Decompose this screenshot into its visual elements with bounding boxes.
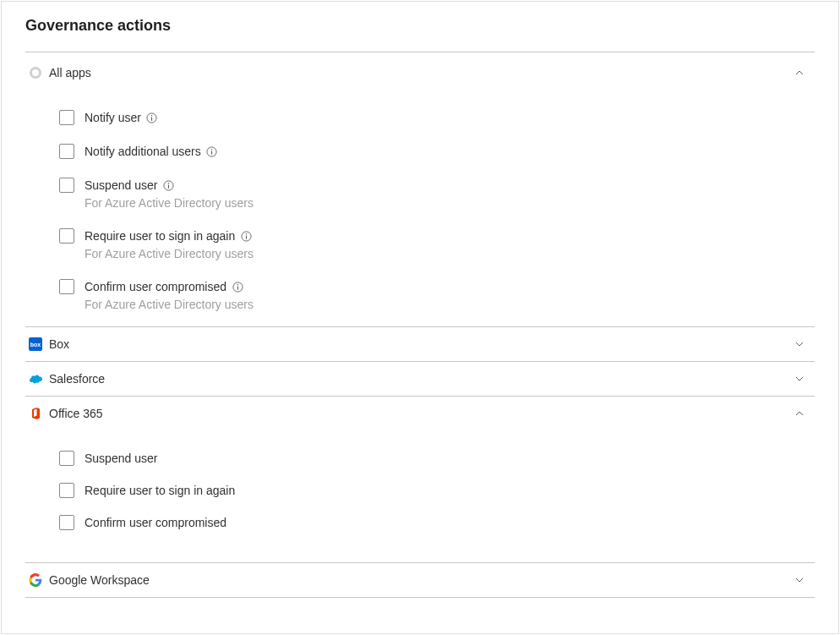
info-icon[interactable] [232, 281, 243, 293]
action-label: Require user to sign in again [85, 483, 235, 498]
action-require-signin: Require user to sign in again For Azure … [59, 228, 815, 260]
action-label: Suspend user [85, 451, 157, 466]
section-header-left: Office 365 [29, 407, 103, 420]
section-header-left: box Box [29, 337, 69, 351]
section-header-salesforce[interactable]: Salesforce [25, 362, 815, 397]
svg-point-14 [237, 283, 237, 284]
section-header-allapps[interactable]: All apps [25, 56, 815, 90]
action-label: Suspend user [85, 178, 157, 193]
section-name-googleworkspace: Google Workspace [49, 573, 150, 587]
svg-rect-9 [168, 184, 169, 188]
svg-point-11 [245, 233, 246, 233]
section-body-allapps: Notify user Notify additional users [25, 90, 815, 327]
chevron-down-icon [794, 575, 805, 585]
checkbox-notify-additional-users[interactable] [59, 144, 74, 159]
checkbox-require-signin[interactable] [59, 228, 74, 244]
action-suspend-user-o365: Suspend user [59, 451, 815, 466]
svg-point-2 [151, 114, 152, 115]
action-label: Confirm user compromised [85, 279, 226, 294]
info-icon[interactable] [240, 230, 252, 242]
section-header-left: Salesforce [29, 372, 105, 386]
action-notify-user: Notify user [59, 110, 815, 125]
info-icon[interactable] [206, 145, 218, 157]
office365-icon [29, 407, 42, 420]
checkbox-suspend-user[interactable] [59, 178, 74, 193]
section-header-office365[interactable]: Office 365 [25, 397, 815, 430]
section-name-salesforce: Salesforce [49, 372, 105, 386]
action-hint: For Azure Active Directory users [85, 247, 254, 260]
action-label: Notify additional users [85, 144, 201, 159]
checkbox-confirm-compromised-o365[interactable] [59, 515, 74, 530]
section-header-left: Google Workspace [29, 573, 150, 587]
allapps-icon [29, 66, 42, 79]
section-body-office365: Suspend user Require user to sign in aga… [25, 430, 815, 563]
box-icon: box [29, 337, 42, 351]
salesforce-icon [29, 372, 42, 386]
action-suspend-user: Suspend user For Azure Active Directory … [59, 178, 815, 210]
chevron-down-icon [794, 374, 805, 384]
google-icon [29, 573, 42, 587]
panel-title: Governance actions [25, 17, 815, 35]
section-name-allapps: All apps [49, 66, 91, 79]
svg-rect-12 [246, 235, 247, 238]
section-header-box[interactable]: box Box [25, 327, 815, 362]
action-require-signin-o365: Require user to sign in again [59, 483, 815, 498]
action-confirm-compromised-o365: Confirm user compromised [59, 515, 815, 530]
info-icon[interactable] [146, 112, 158, 123]
section-name-box: Box [49, 337, 69, 351]
checkbox-suspend-user-o365[interactable] [59, 451, 74, 466]
action-label: Notify user [85, 110, 141, 125]
chevron-up-icon [794, 68, 805, 78]
action-label: Require user to sign in again [85, 228, 235, 244]
svg-rect-15 [237, 286, 238, 289]
svg-point-8 [168, 182, 169, 183]
svg-point-0 [31, 68, 41, 78]
action-notify-additional-users: Notify additional users [59, 144, 815, 159]
info-icon[interactable] [162, 179, 174, 191]
action-hint: For Azure Active Directory users [85, 298, 254, 311]
checkbox-confirm-compromised[interactable] [59, 279, 74, 294]
checkbox-require-signin-o365[interactable] [59, 483, 74, 498]
svg-rect-6 [211, 151, 212, 154]
section-name-office365: Office 365 [49, 407, 103, 420]
svg-point-5 [211, 148, 212, 149]
governance-panel: Governance actions All apps Notify user [1, 1, 839, 634]
chevron-down-icon [794, 339, 805, 349]
section-header-googleworkspace[interactable]: Google Workspace [25, 563, 815, 598]
section-header-left: All apps [29, 66, 91, 79]
action-confirm-compromised: Confirm user compromised For Azure Activ… [59, 279, 815, 311]
action-label: Confirm user compromised [85, 515, 226, 530]
checkbox-notify-user[interactable] [59, 110, 74, 125]
divider [25, 52, 815, 52]
svg-rect-3 [151, 117, 152, 120]
chevron-up-icon [794, 408, 805, 419]
action-hint: For Azure Active Directory users [85, 196, 254, 210]
